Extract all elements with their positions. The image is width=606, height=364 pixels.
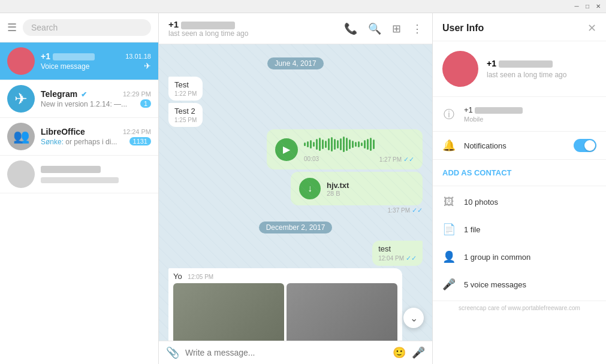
chat-time-2: 12:29 PM [123,90,151,98]
chat-time-1: 13.01.18 [125,53,151,60]
footer-credit: screencap care of www.portablefreeware.c… [433,301,606,315]
toggle-knob [584,140,595,151]
chat-content-1: +1 13.01.18 Voice message ✈ [41,51,151,71]
chat-name-3: LibreOffice [41,127,85,136]
chat-preview-3: Sønke: or perhaps i di... [41,138,117,146]
yo-time: 12:05 PM [188,274,213,280]
chat-header-icons: 📞 🔍 ⊞ ⋮ [344,22,423,35]
attachment-icon[interactable]: 📎 [166,346,179,359]
emoji-icon[interactable]: 🙂 [393,346,406,359]
app-container: ☰ Search +1 13.01.18 Voice message ✈ [0,13,606,364]
chat-item-2[interactable]: ✈ Telegram ✔ 12:29 PM New in version 1.2… [0,80,158,118]
media-row-photos[interactable]: 🖼 10 photos [433,189,606,216]
photo-row [173,283,397,341]
more-icon[interactable]: ⋮ [412,22,423,35]
contact-status: last seen a long time ago [168,29,248,38]
phone-row: ⓘ +1 Mobile [433,97,606,131]
photo-thumb-2[interactable] [287,283,397,341]
files-icon: 📄 [442,223,456,236]
window-chrome: ─ □ ✕ [0,0,606,13]
file-time: 1:37 PM [388,207,410,214]
minimize-button[interactable]: ─ [571,1,582,12]
media-row-files[interactable]: 📄 1 file [433,216,606,243]
voice-icon: 🎤 [442,278,456,291]
date-divider-1: June 4, 2017 [168,57,423,69]
file-name: hjv.txt [327,181,349,190]
download-button[interactable]: ↓ [299,178,321,199]
mic-icon[interactable]: 🎤 [412,346,425,359]
close-button[interactable]: ✕ [593,1,604,12]
notifications-toggle[interactable] [574,139,596,152]
maximize-button[interactable]: □ [582,1,593,12]
message-text-1: Test [174,80,189,89]
chat-time-3: 12:24 PM [123,128,151,135]
message-text-2: Test 2 [174,107,195,116]
media-row-voice[interactable]: 🎤 5 voice messages [433,271,606,298]
contact-name: +1 [168,19,248,29]
message-row-yo: Yo 12:05 PM [168,268,423,341]
media-row-groups[interactable]: 👤 1 group in common [433,243,606,271]
message-time-test: 12:04 PM [378,255,404,262]
scroll-down-button[interactable]: ⌄ [403,308,424,328]
message-text-test: test [378,244,391,253]
chat-preview-2: New in version 1.2.14: —... [41,100,127,108]
phone-icon[interactable]: 📞 [344,22,357,35]
message-row-file: ↓ hjv.txt 28 B 1:37 PM ✓✓ [168,172,423,214]
chat-preview-4 [41,175,119,184]
chat-content-4 [41,164,151,184]
notifications-section: 🔔 Notifications [433,132,606,160]
user-info-panel: User Info ✕ +1 last seen a long time ago… [432,13,606,364]
profile-details: +1 last seen a long time ago [487,59,566,79]
message-row-test: test 12:04 PM ✓✓ [168,241,423,266]
media-section: 🖼 10 photos 📄 1 file 👤 1 group in common… [433,186,606,301]
layout-icon[interactable]: ⊞ [392,22,401,35]
hamburger-icon[interactable]: ☰ [7,21,17,34]
chat-item-1[interactable]: +1 13.01.18 Voice message ✈ [0,43,158,80]
message-input[interactable] [185,348,387,357]
chat-content-2: Telegram ✔ 12:29 PM New in version 1.2.1… [41,89,151,108]
voice-check: ✓✓ [403,156,414,163]
message-time-1: 1:22 PM [174,90,197,97]
message-row-1: Test 1:22 PM [168,77,423,101]
groups-icon: 👤 [442,250,456,263]
chat-item-4[interactable] [0,156,158,193]
avatar-1 [7,47,35,75]
chat-list: +1 13.01.18 Voice message ✈ ✈ T [0,43,158,364]
message-meta-test: 12:04 PM ✓✓ [378,254,417,262]
photo-thumb-1[interactable] [173,283,284,341]
groups-count: 1 group in common [464,253,530,262]
chat-area: +1 last seen a long time ago 📞 🔍 ⊞ ⋮ Jun… [159,13,432,364]
add-contact-button[interactable]: ADD AS CONTACT [433,160,606,186]
phone-info: +1 Mobile [464,105,523,123]
search-icon[interactable]: 🔍 [368,22,381,35]
bell-icon: 🔔 [442,139,456,152]
search-input[interactable]: Search [23,19,151,36]
file-bubble: ↓ hjv.txt 28 B [291,172,423,205]
chat-item-3[interactable]: 👥 LibreOffice 12:24 PM Sønke: or perhaps… [0,118,158,156]
avatar-4 [7,160,35,188]
chat-name-1: +1 [41,51,95,61]
date-label-1: June 4, 2017 [267,57,323,69]
chat-messages[interactable]: June 4, 2017 Test 1:22 PM Test 2 1:25 PM [159,44,432,341]
file-check: ✓✓ [412,207,423,214]
avatar-2: ✈ [7,85,35,113]
message-meta-1: 1:22 PM [174,90,197,97]
chat-badge-2: 1 [140,99,151,108]
chat-header: +1 last seen a long time ago 📞 🔍 ⊞ ⋮ [159,13,432,44]
message-row-2: Test 2 1:25 PM [168,103,423,127]
profile-status: last seen a long time ago [487,71,566,79]
files-count: 1 file [464,225,480,234]
profile-name: +1 [487,59,566,68]
play-button[interactable]: ▶ [275,138,298,161]
message-row-voice: ▶ [168,129,423,169]
chat-content-3: LibreOffice 12:24 PM Sønke: or perhaps i… [41,127,151,146]
message-bubble-2: Test 2 1:25 PM [168,103,203,127]
message-bubble-yo: Yo 12:05 PM [168,268,402,341]
profile-avatar [442,51,478,87]
close-user-info-button[interactable]: ✕ [587,22,596,35]
date-label-2: December 2, 2017 [259,222,333,233]
message-meta-2: 1:25 PM [174,117,197,123]
chat-input-bar: 📎 🙂 🎤 [159,341,432,364]
date-divider-2: December 2, 2017 [168,222,423,233]
avatar-3: 👥 [7,123,35,150]
